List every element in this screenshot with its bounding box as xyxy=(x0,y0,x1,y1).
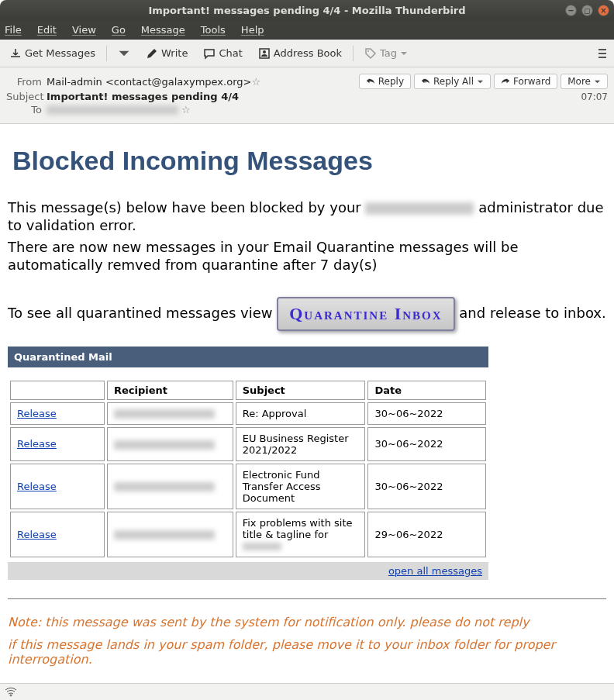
toolbar-separator xyxy=(353,46,354,61)
release-link[interactable]: Release xyxy=(17,529,57,540)
footer-note-1: Note: this message was sent by the syste… xyxy=(8,615,606,629)
recipient-redacted xyxy=(114,482,215,491)
recipient-redacted xyxy=(114,440,215,450)
text: Fix problems with site title & tagline f… xyxy=(243,517,353,540)
open-all-messages-link[interactable]: open all messages xyxy=(388,565,482,577)
window-title: Important! messages pending 4/4 - Mozill… xyxy=(148,5,465,16)
get-messages-button[interactable]: Get Messages xyxy=(5,45,100,62)
table-row: Release Electronic Fund Transfer Access … xyxy=(10,464,486,509)
recipient-redacted xyxy=(114,530,215,540)
redacted xyxy=(365,202,474,215)
subject-label: Subject xyxy=(6,91,47,102)
address-book-label: Address Book xyxy=(274,47,342,59)
menubar: File Edit View Go Message Tools Help xyxy=(0,20,614,40)
minimize-button[interactable]: ‒ xyxy=(565,5,577,16)
menu-help[interactable]: Help xyxy=(241,24,264,36)
cell-subject: Electronic Fund Transfer Access Document xyxy=(236,464,366,509)
from-label: From xyxy=(6,76,47,88)
reply-button[interactable]: Reply xyxy=(359,74,411,89)
chevron-down-icon xyxy=(594,78,601,85)
svg-point-1 xyxy=(263,50,266,53)
menu-tools[interactable]: Tools xyxy=(201,24,226,36)
release-link[interactable]: Release xyxy=(17,438,57,450)
message-time: 07:07 xyxy=(581,91,608,102)
message-body: Blocked Incoming Messages This message(s… xyxy=(0,124,614,700)
divider xyxy=(8,598,606,599)
address-book-button[interactable]: Address Book xyxy=(254,45,347,62)
to-label: To xyxy=(6,104,47,116)
menu-file[interactable]: File xyxy=(5,24,22,36)
quarantine-inbox-button[interactable]: Quarantine Inbox xyxy=(277,297,454,331)
header-actions: Reply Reply All Forward More xyxy=(359,74,608,89)
write-button[interactable]: Write xyxy=(141,45,192,62)
table-header-row: Recipient Subject Date xyxy=(10,381,486,400)
quarantine-line: To see all quarantined messages view Qua… xyxy=(8,297,606,331)
intro-paragraph-1: This message(s) below have been blocked … xyxy=(8,199,606,234)
cell-date: 30~06~2022 xyxy=(367,464,486,509)
star-icon[interactable]: ☆ xyxy=(251,76,260,88)
cell-date: 30~06~2022 xyxy=(367,402,486,425)
col-subject: Subject xyxy=(236,381,366,400)
col-date: Date xyxy=(367,381,486,400)
quarantine-table: Recipient Subject Date Release Re: Appro… xyxy=(8,378,488,560)
cell-subject: Re: Approval xyxy=(236,402,366,425)
chevron-down-icon xyxy=(477,78,484,85)
menu-button[interactable] xyxy=(595,46,609,61)
tag-icon xyxy=(364,47,377,60)
col-action xyxy=(10,381,105,400)
text: This message(s) below have been blocked … xyxy=(8,199,365,216)
reply-all-icon xyxy=(421,77,430,86)
write-label: Write xyxy=(161,47,188,59)
menu-go[interactable]: Go xyxy=(112,24,126,36)
recipient-redacted xyxy=(114,409,215,419)
star-icon[interactable]: ☆ xyxy=(181,104,191,116)
pencil-icon xyxy=(146,47,158,60)
release-link[interactable]: Release xyxy=(17,481,57,492)
email-heading: Blocked Incoming Messages xyxy=(12,146,606,176)
menu-message[interactable]: Message xyxy=(141,24,185,36)
more-button[interactable]: More xyxy=(561,74,608,89)
reply-all-button[interactable]: Reply All xyxy=(414,74,491,89)
close-button[interactable]: × xyxy=(598,5,609,16)
from-value[interactable]: Mail-admin <contact@galaxympex.org> xyxy=(47,76,251,88)
message-header: From Mail-admin <contact@galaxympex.org>… xyxy=(0,67,614,124)
toolbar-separator xyxy=(106,46,107,61)
reply-label: Reply xyxy=(378,76,404,87)
table-row: Release EU Business Register 2021/2022 3… xyxy=(10,427,486,461)
forward-icon xyxy=(501,77,510,86)
window-titlebar: Important! messages pending 4/4 - Mozill… xyxy=(0,0,614,20)
open-all-row: open all messages xyxy=(8,562,488,580)
svg-point-2 xyxy=(367,50,369,52)
reply-all-label: Reply All xyxy=(433,76,474,87)
window-controls: ‒ ◻ × xyxy=(565,5,609,16)
reply-icon xyxy=(366,77,375,86)
cell-subject: Fix problems with site title & tagline f… xyxy=(236,512,366,557)
toolbar: Get Messages Write Chat Address Book Tag xyxy=(0,40,614,67)
to-value-redacted xyxy=(47,105,178,115)
release-link[interactable]: Release xyxy=(17,408,57,419)
text: To see all quarantined messages view xyxy=(8,305,277,321)
forward-label: Forward xyxy=(513,76,550,87)
get-messages-dropdown[interactable] xyxy=(113,45,135,62)
tag-label: Tag xyxy=(380,47,397,59)
menu-edit[interactable]: Edit xyxy=(37,24,57,36)
redacted xyxy=(243,543,281,550)
statusbar xyxy=(0,683,614,700)
intro-paragraph-2: There are now new messages in your Email… xyxy=(8,239,606,274)
menu-view[interactable]: View xyxy=(72,24,96,36)
signal-icon xyxy=(5,686,17,698)
more-label: More xyxy=(567,76,591,87)
tag-button[interactable]: Tag xyxy=(360,45,412,62)
col-recipient: Recipient xyxy=(107,381,233,400)
forward-button[interactable]: Forward xyxy=(494,74,557,89)
cell-date: 29~06~2022 xyxy=(367,512,486,557)
subject-value: Important! messages pending 4/4 xyxy=(47,91,239,102)
chat-button[interactable]: Chat xyxy=(198,45,247,62)
cell-subject: EU Business Register 2021/2022 xyxy=(236,427,366,461)
chevron-down-icon xyxy=(400,50,408,57)
chat-icon xyxy=(203,47,216,60)
footer-note-2: if this message lands in your spam folde… xyxy=(8,637,606,667)
chat-label: Chat xyxy=(219,47,242,59)
maximize-button[interactable]: ◻ xyxy=(581,5,593,16)
address-book-icon xyxy=(258,47,271,60)
